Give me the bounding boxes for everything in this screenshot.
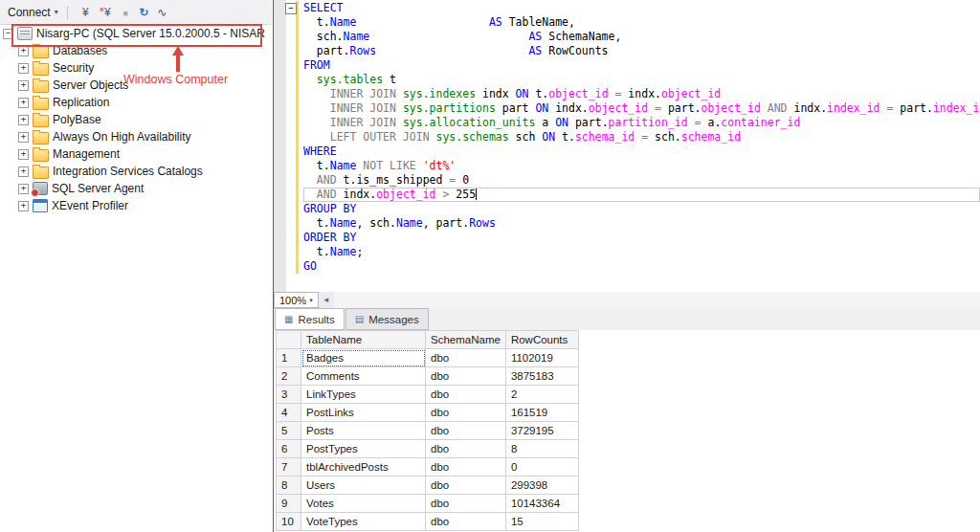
line-gutter [286, 130, 303, 144]
tab-results[interactable]: ▦Results [275, 308, 345, 330]
changed-line-bar [296, 245, 299, 259]
activity-icon[interactable]: ∿ [153, 4, 171, 21]
connect-icon[interactable]: ¥ [73, 2, 99, 23]
cell[interactable]: dbo [426, 513, 506, 531]
cell[interactable]: 3875183 [505, 367, 578, 386]
tab-label: Messages [368, 314, 418, 325]
cell[interactable]: 2 [505, 386, 578, 404]
zoom-dropdown[interactable]: 100% ▾ [274, 292, 319, 308]
stop-icon[interactable]: ■ [117, 5, 135, 22]
tree-item-always-on-high-availability[interactable]: +Always On High Availability [0, 128, 272, 145]
disconnect-icon[interactable]: ¥ [99, 4, 117, 21]
cell[interactable]: 10143364 [505, 495, 578, 513]
column-header-schemaname[interactable]: SchemaName [426, 331, 506, 349]
cell[interactable]: 161519 [505, 404, 578, 422]
expand-icon[interactable]: + [18, 98, 29, 108]
cell[interactable]: 3729195 [505, 422, 578, 440]
refresh-icon[interactable]: ↻ [135, 4, 153, 21]
scrollbar-track[interactable] [334, 292, 980, 308]
cell[interactable]: PostLinks [301, 404, 426, 422]
cell[interactable]: Users [301, 477, 426, 495]
scroll-left-icon[interactable]: ◄ [319, 296, 334, 304]
row-number[interactable]: 10 [277, 513, 301, 531]
code-line-text: t.Name AS TableName, [303, 15, 980, 30]
code-line-text: t.Name, sch.Name, part.Rows [303, 216, 980, 231]
row-number[interactable]: 5 [277, 422, 301, 440]
cell[interactable]: Badges [301, 349, 426, 367]
cell[interactable]: Posts [301, 422, 426, 440]
tab-messages[interactable]: ▤Messages [345, 308, 429, 330]
row-number[interactable]: 1 [277, 349, 301, 367]
tree-item-server-root[interactable]: − Nisarg-PC (SQL Server 15.0.2000.5 - NI… [0, 25, 272, 42]
row-number[interactable]: 2 [277, 367, 301, 386]
code-line: INNER JOIN sys.allocation_units a ON par… [286, 116, 980, 130]
expand-icon[interactable]: + [18, 80, 29, 91]
expand-icon[interactable]: + [18, 46, 29, 56]
tree-item-label: XEvent Profiler [52, 199, 128, 212]
tree-item-integration-services-catalogs[interactable]: +Integration Services Catalogs [0, 163, 272, 180]
cell[interactable]: 299398 [505, 477, 578, 495]
row-number[interactable]: 9 [277, 495, 301, 513]
tree-item-databases[interactable]: +Databases [0, 42, 272, 59]
sql-editor[interactable]: −SELECT t.Name AS TableName, sch.Name AS… [274, 0, 980, 292]
grid-corner-cell[interactable] [277, 331, 301, 349]
folder-icon [33, 98, 49, 110]
cell[interactable]: 15 [505, 513, 578, 531]
cell[interactable]: dbo [426, 386, 506, 404]
folder-icon [33, 80, 49, 93]
cell[interactable]: Comments [301, 367, 426, 386]
cell[interactable]: PostTypes [301, 440, 426, 458]
tree-item-xevent-profiler[interactable]: +XEvent Profiler [0, 197, 272, 214]
cell[interactable]: dbo [426, 367, 506, 386]
horizontal-scrollbar[interactable]: ◄ [319, 292, 980, 308]
cell[interactable]: dbo [426, 495, 506, 513]
tree-item-replication[interactable]: +Replication [0, 94, 272, 111]
toolbar-separator [67, 6, 68, 19]
expand-icon[interactable]: + [18, 63, 29, 74]
row-number[interactable]: 3 [277, 386, 301, 404]
expand-icon[interactable]: + [18, 166, 29, 177]
grid-header-row: TableNameSchemaNameRowCounts [277, 331, 579, 349]
results-table: TableNameSchemaNameRowCounts 1Badgesdbo1… [276, 330, 579, 531]
cell[interactable]: dbo [426, 422, 506, 440]
column-header-tablename[interactable]: TableName [301, 331, 426, 349]
cell[interactable]: 1102019 [505, 349, 578, 367]
cell[interactable]: Votes [301, 495, 426, 513]
expand-icon[interactable]: + [18, 184, 29, 194]
connect-dropdown[interactable]: Connect ▾ [4, 4, 62, 21]
line-gutter [286, 73, 303, 87]
table-row: 10VoteTypesdbo15 [277, 513, 579, 531]
row-number[interactable]: 7 [277, 458, 301, 477]
cell[interactable]: dbo [426, 440, 506, 458]
expand-icon[interactable]: + [18, 201, 29, 211]
cell[interactable]: VoteTypes [301, 513, 426, 531]
chevron-down-icon: ▾ [55, 8, 58, 16]
expand-icon[interactable]: + [18, 132, 29, 143]
collapse-icon[interactable]: − [3, 29, 13, 39]
object-explorer-tree: − Nisarg-PC (SQL Server 15.0.2000.5 - NI… [0, 25, 272, 532]
cell[interactable]: LinkTypes [301, 386, 426, 404]
row-number[interactable]: 4 [277, 404, 301, 422]
cell[interactable]: dbo [426, 477, 506, 495]
column-header-rowcounts[interactable]: RowCounts [505, 331, 578, 349]
cell[interactable]: tblArchivedPosts [301, 458, 426, 477]
cell[interactable]: 0 [505, 458, 578, 477]
fold-collapse-icon[interactable]: − [285, 3, 297, 14]
expand-icon[interactable]: + [18, 149, 29, 160]
tree-item-management[interactable]: +Management [0, 145, 272, 163]
tree-item-label: Security [53, 61, 94, 75]
changed-line-bar [296, 173, 299, 188]
cell[interactable]: 8 [505, 440, 578, 458]
tree-item-polybase[interactable]: +PolyBase [0, 111, 272, 128]
tree-item-sql-server-agent[interactable]: +SQL Server Agent [0, 180, 272, 197]
line-gutter [286, 116, 303, 130]
row-number[interactable]: 8 [277, 477, 301, 495]
code-line: t.Name NOT LIKE 'dt%' [286, 159, 980, 173]
row-number[interactable]: 6 [277, 440, 301, 458]
cell[interactable]: dbo [426, 404, 506, 422]
cell[interactable]: dbo [426, 349, 506, 367]
expand-icon[interactable]: + [18, 115, 29, 125]
server-root-label: Nisarg-PC (SQL Server 15.0.2000.5 - NISA… [36, 27, 265, 40]
code-line-text: sys.tables t [303, 73, 980, 87]
cell[interactable]: dbo [426, 458, 506, 477]
